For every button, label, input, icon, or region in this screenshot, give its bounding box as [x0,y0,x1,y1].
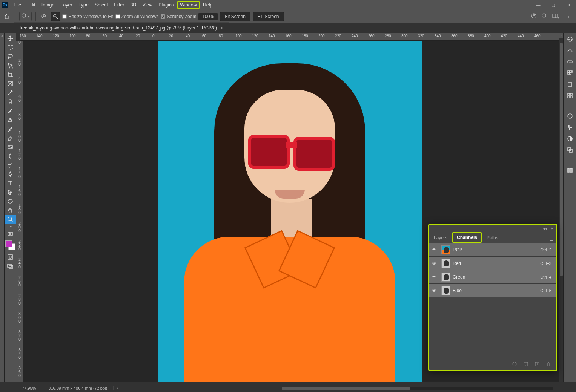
visibility-icon[interactable]: 👁 [429,274,439,280]
dodge-tool[interactable] [5,161,16,170]
svg-point-0 [22,14,26,17]
fill-screen-button[interactable]: Fill Screen [253,12,284,21]
zoom-in-button[interactable] [40,12,49,21]
quick-mask-tool[interactable] [5,253,16,262]
minimize-button[interactable]: — [531,0,546,10]
resize-windows-checkbox[interactable]: Resize Windows to Fit [62,14,113,19]
menu-image[interactable]: Image [38,1,58,9]
zoom-out-button[interactable] [51,12,60,21]
menu-plugins[interactable]: Plugins [155,1,177,9]
new-channel-icon[interactable] [534,361,540,368]
brush-tool[interactable] [5,106,16,115]
vertical-ruler[interactable]: 0204060801001201401601802002202402602803… [16,41,23,382]
horizontal-scrollbar[interactable] [282,387,553,390]
ruler-tick: 0 [17,41,22,44]
styles-panel-icon[interactable] [566,92,574,100]
healing-brush-tool[interactable] [5,97,16,106]
visibility-icon[interactable]: 👁 [429,288,439,293]
info-panel-icon[interactable] [566,112,574,120]
channel-name: Blue [453,288,540,293]
layers-panel-icon[interactable] [566,135,574,142]
svg-rect-33 [570,96,572,98]
tab-channels[interactable]: Channels [452,232,482,243]
left-expand-handle[interactable]: » [0,33,5,382]
gradient-tool[interactable] [5,142,16,152]
cloud-docs-icon[interactable] [531,13,537,20]
delete-channel-icon[interactable] [545,361,551,368]
path-select-tool[interactable] [5,188,16,197]
clone-stamp-tool[interactable] [5,115,16,124]
move-tool[interactable] [5,34,16,43]
maximize-button[interactable]: ▢ [546,0,561,10]
save-selection-icon[interactable] [523,361,529,368]
menu-3d[interactable]: 3D [127,1,139,9]
channel-row-blue[interactable]: 👁BlueCtrl+5 [429,284,556,297]
menu-filter[interactable]: Filter [111,1,127,9]
gradients-panel-icon[interactable] [566,58,574,66]
eraser-tool[interactable] [5,133,16,142]
blur-tool[interactable] [5,152,16,161]
close-button[interactable]: ✕ [561,0,576,10]
tool-preset-picker[interactable]: ▾ [19,12,32,21]
color-swatches[interactable] [5,240,16,251]
hand-tool[interactable] [5,206,16,215]
foreground-color[interactable] [5,240,12,247]
patterns-panel-icon[interactable] [566,69,574,77]
home-button[interactable] [2,12,11,21]
lasso-tool[interactable] [5,52,16,61]
search-icon[interactable] [541,13,547,20]
zoom-tool[interactable] [5,215,16,224]
channel-row-rgb[interactable]: 👁RGBCtrl+2 [429,243,556,257]
color-panel-icon[interactable] [566,35,574,43]
status-chevron-icon[interactable]: › [114,386,118,390]
channel-row-green[interactable]: 👁GreenCtrl+4 [429,270,556,284]
menu-view[interactable]: View [139,1,155,9]
visibility-icon[interactable]: 👁 [429,261,439,266]
edit-toolbar[interactable] [5,229,16,238]
quick-select-tool[interactable] [5,61,16,70]
menu-file[interactable]: File [11,1,24,9]
menu-type[interactable]: Type [75,1,92,9]
fit-screen-button[interactable]: Fit Screen [220,12,250,21]
ruler-tick: 300 [17,312,22,323]
menu-window[interactable]: Window [177,1,200,9]
marquee-tool[interactable] [5,43,16,52]
history-brush-tool[interactable] [5,124,16,133]
visibility-icon[interactable]: 👁 [429,247,439,253]
menu-edit[interactable]: Edit [24,1,38,9]
right-expand-handle[interactable]: « [559,33,563,38]
horizontal-ruler[interactable]: 1601401201008060402002040608010012014016… [20,33,559,41]
menu-layer[interactable]: Layer [57,1,75,9]
zoom-100-button[interactable]: 100% [198,13,218,20]
zoom-all-checkbox[interactable]: Zoom All Windows [115,14,159,19]
workspace-switcher-icon[interactable]: ▾ [552,13,559,20]
channel-row-red[interactable]: 👁RedCtrl+3 [429,257,556,270]
panel-close-icon[interactable]: ✕ [550,226,554,231]
pen-tool[interactable] [5,170,16,179]
tab-close-icon[interactable]: × [221,25,224,31]
scrubby-zoom-checkbox[interactable]: Scrubby Zoom [161,14,196,19]
frame-tool[interactable] [5,79,16,88]
properties-panel-icon[interactable] [566,124,574,131]
share-icon[interactable] [564,13,570,20]
menu-help[interactable]: Help [200,1,216,9]
type-tool[interactable] [5,179,16,188]
status-zoom[interactable]: 77,95% [16,386,42,390]
more-tools[interactable]: ⋯ [5,224,16,229]
eyedropper-tool[interactable] [5,88,16,97]
menu-select[interactable]: Select [92,1,111,9]
load-selection-icon[interactable] [511,361,518,368]
swatches-panel-icon[interactable] [566,47,574,54]
status-doc-info[interactable]: 316,09 mm x 406,4 mm (72 ppi) [42,386,114,390]
document-tab[interactable]: freepik_a-young-woman-with-dark-hair-wea… [14,22,229,33]
panel-menu-icon[interactable]: ≡ [550,237,556,243]
shape-tool[interactable] [5,197,16,206]
tab-paths[interactable]: Paths [482,233,503,243]
crop-tool[interactable] [5,70,16,79]
adjustments-panel-icon[interactable] [566,81,574,88]
tab-layers[interactable]: Layers [429,233,452,243]
screen-mode-tool[interactable] [5,262,16,271]
vertical-scrollbar[interactable] [559,41,563,382]
channel-mixer-icon[interactable] [566,167,574,174]
libraries-panel-icon[interactable] [566,146,574,154]
